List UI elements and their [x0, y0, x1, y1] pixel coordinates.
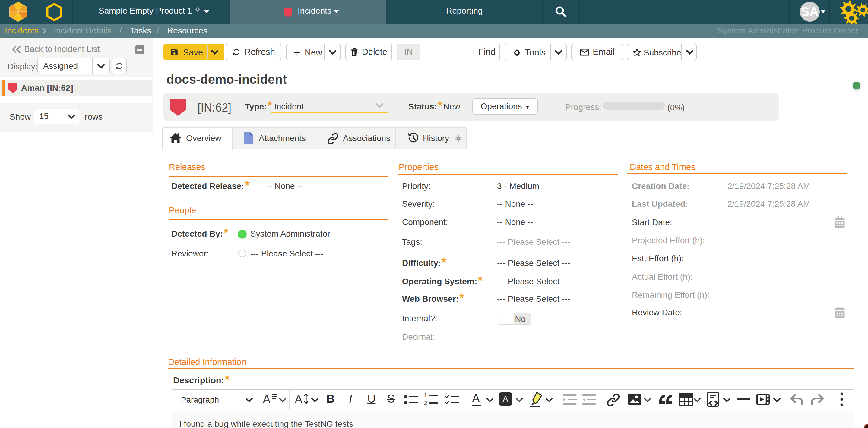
- svg-text:1: 1: [424, 393, 427, 398]
- svg-text:2: 2: [424, 400, 427, 406]
